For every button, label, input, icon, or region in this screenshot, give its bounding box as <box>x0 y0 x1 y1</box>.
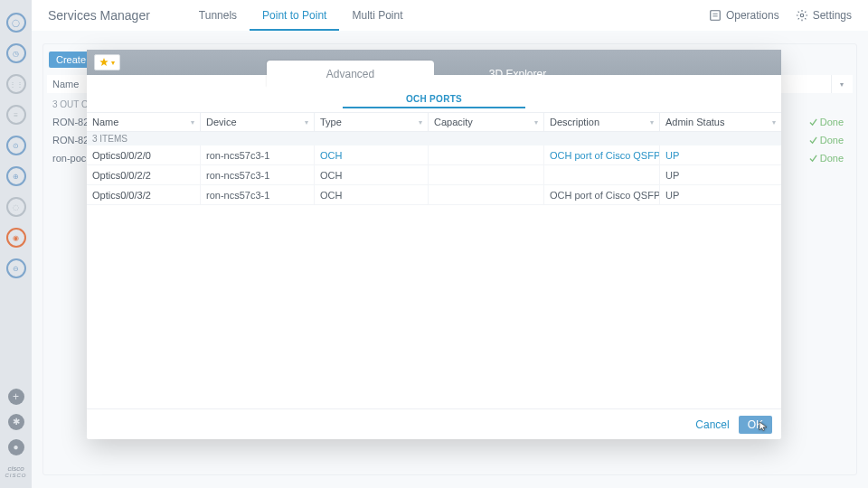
bg-dropdown-toggle[interactable]: ▾ <box>831 75 851 93</box>
settings-label: Settings <box>813 9 852 22</box>
item-count: 3 ITEMS <box>87 132 781 145</box>
grid-body: Optics0/0/2/0ron-ncs57c3-1OCHOCH port of… <box>87 145 781 205</box>
sidebar-item-1[interactable]: ◯ <box>6 13 26 33</box>
sidebar-item-7[interactable]: ◌ <box>6 197 26 217</box>
cell-name: Optics0/0/2/2 <box>87 165 201 184</box>
left-sidebar: ◯ ◷ ⋮⋮ ≡ ⊙ ⊕ ◌ ◉ ⊖ + ✱ ● cisco CISCO <box>0 0 32 488</box>
sidebar-item-2[interactable]: ◷ <box>6 43 26 63</box>
cell-description: OCH port of Cisco QSFPDD 400G … <box>544 185 660 204</box>
cell-type: OCH <box>315 185 429 204</box>
cell-capacity <box>429 185 544 204</box>
settings-link[interactable]: Settings <box>796 9 852 22</box>
cell-name: Optics0/0/3/2 <box>87 185 201 204</box>
port-picker-modal: ▾ Advanced 3D Explorer OCH PORTS Name▾ D… <box>87 50 781 439</box>
cell-description <box>544 165 660 184</box>
col-admin-status[interactable]: Admin Status▾ <box>660 113 781 131</box>
sidebar-item-4[interactable]: ≡ <box>6 105 26 125</box>
cell-type: OCH <box>315 165 429 184</box>
table-row[interactable]: Optics0/0/2/0ron-ncs57c3-1OCHOCH port of… <box>87 145 781 165</box>
bg-name-header[interactable]: Name <box>52 79 79 89</box>
modal-overlay: ▾ Advanced 3D Explorer OCH PORTS Name▾ D… <box>0 0 868 488</box>
cell-admin: UP <box>660 165 781 184</box>
svg-rect-0 <box>711 11 721 21</box>
sidebar-item-8[interactable]: ◉ <box>6 228 26 248</box>
sidebar-item-3[interactable]: ⋮⋮ <box>6 74 26 94</box>
cell-device: ron-ncs57c3-1 <box>201 165 315 184</box>
sidebar-item-9[interactable]: ⊖ <box>6 258 26 278</box>
sidebar-item-6[interactable]: ⊕ <box>6 166 26 186</box>
nav-point-to-point[interactable]: Point to Point <box>250 0 339 31</box>
modal-footer: Cancel OK <box>87 408 781 439</box>
cell-type: OCH <box>315 145 429 164</box>
sidebar-item-5[interactable]: ⊙ <box>6 136 26 155</box>
operations-icon <box>709 9 722 22</box>
cell-admin: UP <box>660 145 781 164</box>
cell-name: Optics0/0/2/0 <box>87 145 201 164</box>
tab-3d-explorer[interactable]: 3D Explorer <box>434 61 601 88</box>
footer-add-icon[interactable]: + <box>8 389 24 405</box>
modal-tabs: Advanced 3D Explorer <box>267 61 601 88</box>
gear-icon <box>796 9 808 22</box>
page-title: Services Manager <box>48 8 150 23</box>
col-name[interactable]: Name▾ <box>87 113 201 131</box>
footer-user-icon[interactable]: ● <box>8 439 24 455</box>
chevron-down-icon: ▾ <box>111 59 115 67</box>
nav-multi-point[interactable]: Multi Point <box>339 0 415 31</box>
operations-link[interactable]: Operations <box>709 9 779 22</box>
cursor-icon <box>759 421 769 432</box>
cell-device: ron-ncs57c3-1 <box>201 185 315 204</box>
nav-tunnels[interactable]: Tunnels <box>186 0 250 31</box>
brand-label: cisco CISCO <box>5 460 26 488</box>
operations-label: Operations <box>726 9 779 22</box>
subtab-och-ports[interactable]: OCH PORTS <box>87 88 781 112</box>
table-row[interactable]: Optics0/0/2/2ron-ncs57c3-1OCHUP <box>87 165 781 185</box>
cell-capacity <box>429 165 544 184</box>
svg-point-3 <box>800 14 804 17</box>
grid-header: Name▾ Device▾ Type▾ Capacity▾ Descriptio… <box>87 112 781 132</box>
cell-description: OCH port of Cisco QSFPDD 400G … <box>544 145 660 164</box>
col-description[interactable]: Description▾ <box>544 113 660 131</box>
col-capacity[interactable]: Capacity▾ <box>429 113 544 131</box>
favorite-button[interactable]: ▾ <box>94 54 120 70</box>
cancel-button[interactable]: Cancel <box>695 418 729 431</box>
footer-gear-icon[interactable]: ✱ <box>8 414 24 430</box>
modal-body: OCH PORTS Name▾ Device▾ Type▾ Capacity▾ … <box>87 75 781 408</box>
cell-device: ron-ncs57c3-1 <box>201 145 315 164</box>
star-icon <box>99 58 108 67</box>
col-type[interactable]: Type▾ <box>315 113 429 131</box>
ok-button[interactable]: OK <box>739 416 772 434</box>
cell-admin: UP <box>660 185 781 204</box>
main-nav: Tunnels Point to Point Multi Point <box>186 0 416 31</box>
app-header: Services Manager Tunnels Point to Point … <box>32 0 868 31</box>
tab-advanced[interactable]: Advanced <box>267 61 434 88</box>
table-row[interactable]: Optics0/0/3/2ron-ncs57c3-1OCHOCH port of… <box>87 185 781 205</box>
cell-capacity <box>429 145 544 164</box>
col-device[interactable]: Device▾ <box>201 113 315 131</box>
